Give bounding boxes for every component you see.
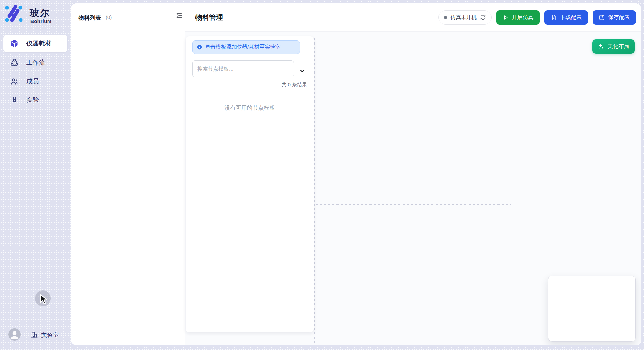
info-icon bbox=[197, 44, 202, 50]
brand-name: 玻尔 bbox=[30, 7, 50, 20]
materials-panel-title: 物料列表 bbox=[79, 14, 101, 22]
status-dot bbox=[444, 16, 447, 19]
sidebar-item-workflow[interactable]: 工作流 bbox=[3, 54, 67, 72]
sidebar-footer: 实验室 bbox=[0, 327, 71, 342]
sidebar-item-experiments[interactable]: 实验 bbox=[3, 91, 67, 109]
app-root: 玻尔 Bohrium 仪器耗材 工作流 bbox=[0, 0, 644, 350]
canvas-guide-vertical-left bbox=[314, 37, 315, 343]
start-sim-button[interactable]: 开启仿真 bbox=[496, 10, 540, 25]
building-icon bbox=[30, 331, 38, 338]
experiment-icon bbox=[10, 96, 18, 104]
download-config-button[interactable]: 下载配置 bbox=[544, 10, 588, 25]
banner-text: 单击模板添加仪器/耗材至实验室 bbox=[205, 44, 280, 51]
page-title: 物料管理 bbox=[195, 13, 223, 22]
node-template-panel: 单击模板添加仪器/耗材至实验室 共 0 条结果 没有可用的节点模板 bbox=[186, 36, 314, 332]
sidebar-item-label: 工作流 bbox=[26, 58, 45, 67]
info-banner: 单击模板添加仪器/耗材至实验室 bbox=[192, 40, 300, 54]
sidebar-item-label: 实验 bbox=[26, 96, 39, 104]
sidebar-item-members[interactable]: 成员 bbox=[3, 73, 67, 90]
sparkles-icon bbox=[598, 43, 604, 50]
collapse-panel-icon[interactable] bbox=[175, 11, 183, 20]
workspace-label[interactable]: 实验室 bbox=[41, 331, 59, 339]
status-label: 仿真未开机 bbox=[450, 14, 477, 21]
members-icon bbox=[10, 77, 18, 86]
canvas-guide-horizontal bbox=[316, 204, 511, 205]
beautify-layout-button[interactable]: 美化布局 bbox=[592, 39, 635, 54]
canvas-guide-vertical-right bbox=[499, 142, 499, 233]
avatar[interactable] bbox=[8, 328, 21, 341]
content-panel: 物料列表 (0) 物料管理 仿真未开机 bbox=[71, 3, 641, 345]
empty-state-text: 没有可用的节点模板 bbox=[186, 104, 314, 112]
sidebar-item-label: 仪器耗材 bbox=[26, 39, 51, 48]
play-icon bbox=[502, 15, 509, 21]
download-file-icon bbox=[551, 15, 557, 21]
bohrium-logo-icon bbox=[4, 4, 23, 22]
minimap[interactable] bbox=[548, 276, 636, 342]
sidebar-item-label: 成员 bbox=[26, 77, 39, 86]
header-actions: 仿真未开机 开启仿真 bbox=[438, 10, 636, 25]
results-count: 共 0 条结果 bbox=[281, 82, 307, 88]
search-input[interactable] bbox=[192, 60, 294, 77]
sim-status-pill[interactable]: 仿真未开机 bbox=[438, 10, 492, 25]
chevron-down-icon[interactable] bbox=[298, 67, 306, 75]
sidebar-item-instruments[interactable]: 仪器耗材 bbox=[3, 35, 67, 52]
mouse-cursor bbox=[40, 294, 48, 306]
materials-count: (0) bbox=[106, 15, 112, 20]
workflow-icon bbox=[10, 58, 18, 67]
save-config-button[interactable]: 保存配置 bbox=[593, 10, 636, 25]
cube-icon bbox=[10, 39, 18, 48]
sidebar: 玻尔 Bohrium 仪器耗材 工作流 bbox=[0, 0, 71, 350]
refresh-icon[interactable] bbox=[480, 15, 486, 20]
save-icon bbox=[599, 15, 605, 21]
brand-subtitle: Bohrium bbox=[30, 18, 51, 24]
